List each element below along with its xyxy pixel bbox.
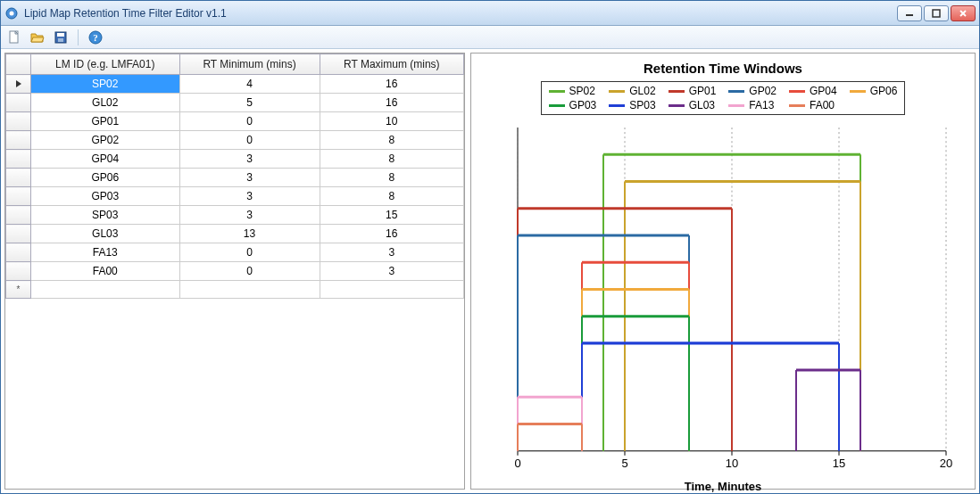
column-header-id[interactable]: LM ID (e.g. LMFA01) [31,54,180,75]
svg-text:5: 5 [621,457,627,470]
cell-rtmax[interactable] [320,281,463,299]
svg-text:10: 10 [726,457,738,470]
cell-id[interactable]: FA00 [31,262,180,281]
cell-id[interactable]: GP01 [31,112,180,131]
help-button[interactable]: ? [86,28,105,47]
cell-rtmin[interactable]: 3 [179,187,320,206]
cell-rtmin[interactable]: 0 [179,262,320,281]
cell-id[interactable] [31,281,180,299]
table-row[interactable]: FA1303 [6,243,464,262]
chart-pane: Retention Time Windows SP02GL02GP01GP02G… [470,53,976,490]
legend-item: GL02 [609,85,655,97]
svg-text:15: 15 [833,457,845,470]
cell-rtmax[interactable]: 8 [320,150,463,169]
table-row[interactable]: GP0208 [6,131,464,150]
table-row[interactable]: SP03315 [6,206,464,225]
row-indicator[interactable] [6,225,31,243]
table-row[interactable]: GP01010 [6,112,464,131]
table-row[interactable]: GP0338 [6,187,464,206]
table-row[interactable]: SP02416 [6,75,464,94]
legend-item: GP02 [728,85,777,97]
row-indicator[interactable] [6,94,31,112]
cell-rtmin[interactable]: 13 [179,225,320,243]
legend-swatch [728,104,744,107]
legend-label: GP01 [689,85,717,97]
row-indicator[interactable] [6,206,31,225]
cell-rtmin[interactable]: 5 [179,94,320,112]
save-file-button[interactable] [51,28,71,47]
cell-id[interactable]: GP03 [31,187,180,206]
cell-rtmin[interactable] [179,281,320,299]
cell-id[interactable]: GP06 [31,169,180,187]
cell-rtmax[interactable]: 10 [320,112,463,131]
data-grid-pane[interactable]: LM ID (e.g. LMFA01) RT Minimum (mins) RT… [4,53,465,490]
legend-item: SP02 [549,85,597,97]
legend-label: GP02 [749,85,777,97]
toolbar-separator [78,29,79,45]
cell-rtmax[interactable]: 16 [320,75,463,94]
legend-item: GP06 [850,85,898,97]
legend-swatch [728,90,744,93]
row-indicator[interactable] [6,112,31,131]
cell-rtmax[interactable]: 16 [320,94,463,112]
cell-rtmin[interactable]: 0 [179,112,320,131]
legend-swatch [789,90,805,93]
table-row[interactable]: GL02516 [6,94,464,112]
cell-rtmin[interactable]: 3 [179,169,320,187]
row-indicator[interactable] [6,262,31,281]
cell-rtmax[interactable]: 3 [320,243,463,262]
row-indicator[interactable] [6,75,31,94]
close-button[interactable] [951,5,976,21]
cell-id[interactable]: GP04 [31,150,180,169]
chart-legend: SP02GL02GP01GP02GP04GP06GP03SP03GL03FA13… [541,81,906,115]
new-file-button[interactable] [4,28,24,47]
cell-id[interactable]: GL03 [31,225,180,243]
svg-rect-3 [933,10,940,17]
legend-item: SP03 [609,99,655,111]
cell-rtmax[interactable]: 8 [320,169,463,187]
legend-swatch [549,104,565,107]
cell-rtmax[interactable]: 16 [320,225,463,243]
table-row[interactable]: FA0003 [6,262,464,281]
table-row[interactable]: GP0438 [6,150,464,169]
svg-rect-9 [58,38,63,42]
cell-id[interactable]: GP02 [31,131,180,150]
maximize-button[interactable] [924,5,949,21]
cell-rtmin[interactable]: 0 [179,131,320,150]
chart-plot-area: 05101520 [482,119,964,478]
cell-id[interactable]: SP03 [31,206,180,225]
cell-rtmin[interactable]: 3 [179,206,320,225]
legend-item: GP04 [789,85,837,97]
new-row-indicator[interactable]: * [6,281,31,299]
table-row[interactable]: GL031316 [6,225,464,243]
cell-rtmin[interactable]: 0 [179,243,320,262]
cell-rtmax[interactable]: 8 [320,187,463,206]
legend-item: GP01 [669,85,717,97]
minimize-button[interactable] [897,5,922,21]
column-header-rtmax[interactable]: RT Maximum (mins) [320,54,463,75]
cell-id[interactable]: SP02 [31,75,180,94]
legend-label: GL02 [629,85,655,97]
cell-rtmin[interactable]: 4 [179,75,320,94]
row-indicator[interactable] [6,243,31,262]
table-row[interactable]: GP0638 [6,169,464,187]
open-file-button[interactable] [28,28,47,47]
row-indicator[interactable] [6,169,31,187]
cell-id[interactable]: FA13 [31,243,180,262]
chart-x-axis-label: Time, Minutes [482,480,964,493]
row-indicator[interactable] [6,187,31,206]
row-header-corner [6,54,31,75]
row-indicator[interactable] [6,150,31,169]
column-header-rtmin[interactable]: RT Minimum (mins) [179,54,320,75]
cell-rtmax[interactable]: 8 [320,131,463,150]
cell-rtmin[interactable]: 3 [179,150,320,169]
cell-rtmax[interactable]: 15 [320,206,463,225]
legend-label: FA00 [810,99,835,111]
legend-item: GL03 [669,99,717,111]
retention-time-table[interactable]: LM ID (e.g. LMFA01) RT Minimum (mins) RT… [5,54,464,299]
row-indicator[interactable] [6,131,31,150]
table-new-row[interactable]: * [6,281,464,299]
cell-rtmax[interactable]: 3 [320,262,463,281]
legend-item: FA00 [789,99,837,111]
cell-id[interactable]: GL02 [31,94,180,112]
